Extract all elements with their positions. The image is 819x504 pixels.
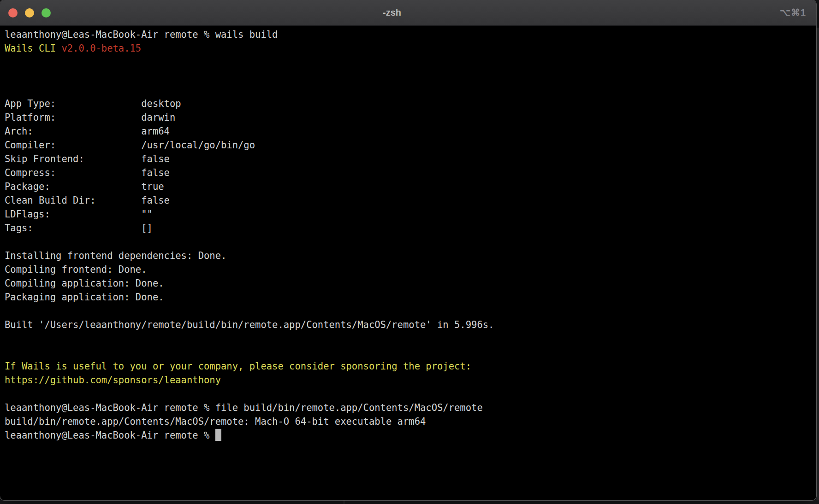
config-label: Arch: [5,124,141,138]
blank-line [5,387,812,401]
progress-line: Installing frontend dependencies: Done. [5,249,812,263]
config-label: Compiler: [5,138,141,152]
progress-line: Packaging application: Done. [5,290,812,304]
wails-cli-label: Wails CLI [5,43,61,54]
background-window-divider [344,500,344,504]
terminal-screen[interactable]: leaanthony@Leas-MacBook-Air remote % wai… [0,26,816,442]
blank-line [5,55,812,69]
config-label: Compress: [5,166,141,180]
window-shortcut-badge: ⌥⌘1 [780,7,806,18]
progress-line: Compiling frontend: Done. [5,263,812,276]
close-button[interactable] [8,8,18,18]
config-row: Skip Frontend:false [5,152,812,166]
progress-line: Compiling application: Done. [5,276,812,290]
prompt-line-active[interactable]: leaanthony@Leas-MacBook-Air remote % [5,428,812,442]
config-row: Clean Build Dir:false [5,193,812,207]
config-row: App Type:desktop [5,97,812,111]
terminal-cursor [215,429,221,441]
config-row: Compress:false [5,166,812,180]
config-value: false [141,167,170,178]
config-row: Tags:[] [5,221,812,235]
shell-prompt: leaanthony@Leas-MacBook-Air remote % [5,402,215,413]
config-row: Arch:arm64 [5,124,812,138]
config-value: desktop [141,98,181,109]
config-label: LDFlags: [5,207,141,221]
background-window-edge [816,28,819,504]
config-value: false [141,195,170,206]
config-value: darwin [141,112,175,123]
blank-line [5,83,812,97]
config-value: arm64 [141,126,170,137]
blank-line [5,235,812,249]
blank-line [5,332,812,346]
file-output: build/bin/remote.app/Contents/MacOS/remo… [5,415,812,428]
sponsor-message: If Wails is useful to you or your compan… [5,359,812,373]
wails-version: v2.0.0-beta.15 [61,43,141,54]
config-label: App Type: [5,97,141,111]
blank-line [5,346,812,359]
config-value: false [141,153,170,164]
zoom-button[interactable] [42,8,51,18]
prompt-line: leaanthony@Leas-MacBook-Air remote % fil… [5,401,812,415]
config-value: "" [141,209,153,220]
window-title: -zsh [383,7,401,18]
terminal-window: -zsh ⌥⌘1 leaanthony@Leas-MacBook-Air rem… [0,0,816,500]
wails-banner: Wails CLI v2.0.0-beta.15 [5,41,812,55]
blank-line [5,304,812,318]
config-row: Compiler:/usr/local/go/bin/go [5,138,812,152]
config-value: true [141,181,164,192]
config-label: Skip Frontend: [5,152,141,166]
shell-prompt: leaanthony@Leas-MacBook-Air remote % [5,29,215,40]
config-row: Package:true [5,180,812,193]
config-label: Tags: [5,221,141,235]
config-value: [] [141,223,153,234]
sponsor-url[interactable]: https://github.com/sponsors/leaanthony [5,373,812,387]
blank-line [5,69,812,83]
prompt-line: leaanthony@Leas-MacBook-Air remote % wai… [5,28,812,41]
built-message: Built '/Users/leaanthony/remote/build/bi… [5,318,812,332]
traffic-lights [8,8,51,18]
titlebar[interactable]: -zsh ⌥⌘1 [0,0,816,26]
command-text: wails build [215,29,278,40]
config-label: Platform: [5,111,141,124]
command-text: file build/bin/remote.app/Contents/MacOS… [215,402,483,413]
config-row: LDFlags:"" [5,207,812,221]
config-label: Clean Build Dir: [5,193,141,207]
shell-prompt: leaanthony@Leas-MacBook-Air remote % [5,430,215,441]
minimize-button[interactable] [25,8,34,18]
config-row: Platform:darwin [5,111,812,124]
background-window-bottom [0,500,819,504]
config-label: Package: [5,180,141,193]
config-value: /usr/local/go/bin/go [141,140,255,151]
